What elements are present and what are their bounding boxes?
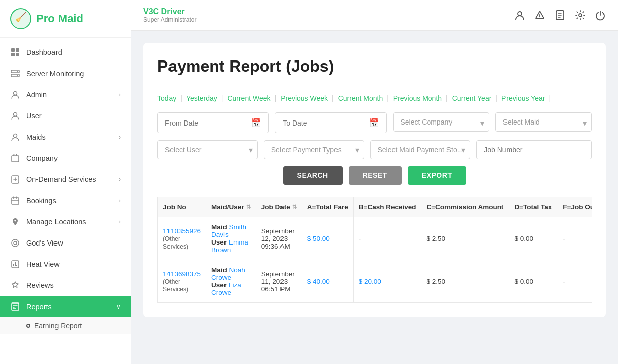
- cell-outstanding-0: -: [557, 217, 592, 260]
- reset-button[interactable]: RESET: [349, 166, 402, 185]
- cell-total-tax-0: $ 0.00: [509, 217, 557, 260]
- location-icon: [10, 217, 20, 227]
- to-date-calendar-icon: 📅: [369, 118, 379, 128]
- power-icon[interactable]: [595, 10, 606, 21]
- filter-previous-week[interactable]: Previous Week: [276, 94, 332, 102]
- total-fare-link-1[interactable]: $ 40.00: [307, 278, 330, 285]
- svg-rect-3: [11, 48, 15, 52]
- reports-chevron-icon: ∨: [116, 303, 121, 310]
- filter-previous-year[interactable]: Previous Year: [497, 94, 549, 102]
- sidebar-item-reports-label: Reports: [26, 302, 110, 311]
- bookings-chevron-icon: ›: [119, 197, 121, 204]
- sidebar-item-admin[interactable]: Admin ›: [0, 84, 131, 105]
- header-left: V3C Driver Super Administrator: [143, 7, 196, 23]
- sidebar-item-reviews[interactable]: Reviews: [0, 275, 131, 296]
- sidebar-item-company[interactable]: Company: [0, 148, 131, 169]
- payment-report-table: Job No Maid/User ⇅ Job Date: [157, 197, 592, 303]
- filter-current-year[interactable]: Current Year: [448, 94, 496, 102]
- sidebar-item-gods-view[interactable]: God's View: [0, 232, 131, 254]
- alert-icon[interactable]: [534, 10, 545, 21]
- sidebar-item-server-monitoring[interactable]: Server Monitoring: [0, 63, 131, 84]
- sidebar: 🧹 Pro Maid Dashboard Server Monitoring A…: [0, 0, 131, 364]
- sidebar-item-manage-locations[interactable]: Manage Locations ›: [0, 211, 131, 232]
- svg-point-12: [14, 113, 17, 116]
- col-header-total-fare: A=Total Fare: [302, 197, 353, 217]
- job-no-link-1[interactable]: 1413698375: [163, 270, 201, 278]
- svg-point-13: [14, 134, 17, 138]
- table-row: 1110355926 (Other Services) Maid Smith D…: [158, 217, 592, 260]
- sidebar-item-earning-report[interactable]: Earning Report: [26, 317, 131, 334]
- to-date-input[interactable]: [283, 119, 369, 127]
- table-header-row: Job No Maid/User ⇅ Job Date: [158, 197, 592, 217]
- cell-job-no-0: 1110355926 (Other Services): [158, 217, 206, 260]
- sidebar-item-on-demand[interactable]: On-Demand Services ›: [0, 169, 131, 190]
- sidebar-item-heat-view[interactable]: Heat View: [0, 254, 131, 275]
- sidebar-item-reports[interactable]: Reports ∨: [0, 296, 131, 317]
- from-date-calendar-icon: 📅: [251, 118, 261, 128]
- total-fare-link-0[interactable]: $ 50.00: [307, 235, 330, 242]
- dashboard-icon: [10, 47, 20, 57]
- svg-point-9: [17, 71, 18, 72]
- select-payment-types[interactable]: Select Payment Types: [264, 140, 364, 159]
- svg-point-18: [14, 241, 17, 245]
- cell-commission-1: $ 2.50: [421, 260, 509, 303]
- sidebar-item-bookings[interactable]: Bookings ›: [0, 190, 131, 211]
- filter-row-1: 📅 📅 Select Company Select Maid: [157, 112, 592, 133]
- svg-point-10: [17, 75, 18, 76]
- svg-point-17: [12, 239, 19, 247]
- filter-previous-month[interactable]: Previous Month: [389, 94, 446, 102]
- sidebar-item-on-demand-label: On-Demand Services: [26, 175, 113, 184]
- filter-current-week[interactable]: Current Week: [223, 94, 274, 102]
- sidebar-item-reviews-label: Reviews: [26, 281, 121, 289]
- sidebar-item-dashboard[interactable]: Dashboard: [0, 42, 131, 63]
- cell-maid-user-0: Maid Smith Davis User Emma Brown: [206, 217, 256, 260]
- job-number-input[interactable]: [484, 146, 584, 154]
- sidebar-item-maids[interactable]: Maids ›: [0, 127, 131, 148]
- export-button[interactable]: EXPORT: [408, 166, 467, 185]
- select-payment-types-wrap: Select Payment Types: [264, 140, 364, 159]
- col-header-maid-user: Maid/User ⇅: [206, 197, 256, 217]
- cash-received-link-1[interactable]: $ 20.00: [359, 278, 381, 285]
- settings-icon[interactable]: [575, 10, 586, 21]
- manage-locations-chevron-icon: ›: [119, 218, 121, 225]
- select-maid[interactable]: Select Maid: [495, 112, 592, 132]
- filter-yesterday[interactable]: Yesterday: [182, 94, 221, 102]
- select-maid-payment-status[interactable]: Select Maid Payment Sto...: [370, 140, 471, 159]
- sidebar-item-user[interactable]: User: [0, 105, 131, 127]
- search-button[interactable]: SEARCH: [283, 166, 343, 185]
- col-header-job-outstanding: F=Job Outstanding Amount: [557, 197, 592, 217]
- job-no-link-0[interactable]: 1110355926: [163, 227, 201, 235]
- col-header-commission: C=Commission Amount: [421, 197, 509, 217]
- user-profile-icon[interactable]: [514, 10, 525, 21]
- filter-current-month[interactable]: Current Month: [334, 94, 387, 102]
- header-title: V3C Driver: [143, 7, 196, 16]
- select-company[interactable]: Select Company: [393, 112, 489, 132]
- bookings-icon: [10, 196, 20, 206]
- from-date-input[interactable]: [165, 119, 251, 127]
- table-row: 1413698375 (Other Services) Maid Noah Cr…: [158, 260, 592, 303]
- document-icon[interactable]: [554, 10, 566, 21]
- sidebar-item-earning-report-label: Earning Report: [34, 322, 82, 330]
- user-label-1: User: [211, 281, 229, 289]
- cell-job-no-1: 1413698375 (Other Services): [158, 260, 206, 303]
- from-date-input-wrap[interactable]: 📅: [157, 112, 269, 133]
- maid-user-sort-icon[interactable]: ⇅: [246, 204, 251, 210]
- svg-rect-4: [16, 48, 19, 52]
- reports-icon: [10, 301, 20, 312]
- job-type-1: (Other Services): [163, 278, 188, 293]
- select-user[interactable]: Select User: [157, 140, 258, 159]
- sidebar-item-manage-locations-label: Manage Locations: [26, 218, 113, 226]
- cell-cash-received-0: -: [353, 217, 421, 260]
- sidebar-item-maids-label: Maids: [26, 133, 113, 141]
- job-date-sort-icon[interactable]: ⇅: [292, 204, 297, 210]
- filter-today[interactable]: Today: [157, 94, 180, 102]
- cell-total-tax-1: $ 0.00: [509, 260, 557, 303]
- header-icons: [514, 10, 606, 21]
- job-number-input-wrap[interactable]: [476, 140, 592, 159]
- earning-report-bullet-icon: [26, 324, 30, 328]
- svg-rect-20: [13, 264, 14, 266]
- svg-point-24: [518, 12, 522, 16]
- to-date-input-wrap[interactable]: 📅: [275, 112, 386, 133]
- select-maid-payment-status-wrap: Select Maid Payment Sto...: [370, 140, 471, 159]
- sidebar-item-heat-view-label: Heat View: [26, 260, 121, 268]
